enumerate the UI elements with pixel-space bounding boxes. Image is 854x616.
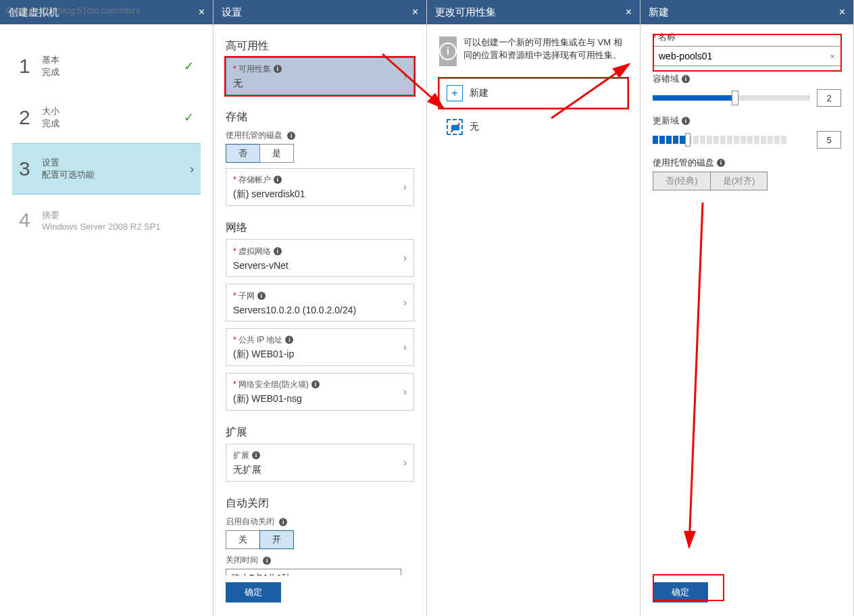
step-sublabel: 完成 <box>42 66 184 78</box>
nsg-picker[interactable]: *网络安全组(防火墙)i (新) WEB01-nsg › <box>226 373 414 411</box>
clear-icon[interactable]: × <box>830 51 835 61</box>
required-mark: * <box>233 335 236 344</box>
fault-domain-label: 容错域 i <box>653 73 841 85</box>
blade1-header: 创建虚拟机 × <box>0 0 213 24</box>
name-input-wrap[interactable]: × <box>653 46 841 66</box>
close-icon[interactable]: × <box>199 6 205 18</box>
step-label: 大小 <box>42 105 184 118</box>
none-availability-set-option[interactable]: 无 <box>439 112 628 142</box>
blade-new-availability-set: 新建 × *名称 × 容错域 i 2 更新域 i <box>640 0 854 616</box>
availability-set-picker[interactable]: *可用性集i 无 › <box>226 57 414 95</box>
confirm-button[interactable]: 确定 <box>653 582 708 602</box>
section-storage: 存储 <box>226 110 426 124</box>
picker-label: 扩展 <box>233 450 249 461</box>
picker-value: Servers-vNet <box>233 260 403 271</box>
info-icon[interactable]: i <box>682 117 690 125</box>
shutdown-time-input[interactable] <box>226 569 401 575</box>
toggle-yes[interactable]: 是 <box>259 144 294 163</box>
step-label: 设置 <box>42 157 190 169</box>
blade3-title: 更改可用性集 <box>435 6 496 19</box>
managed-disk-toggle4: 否(经典) 是(对齐) <box>653 172 841 190</box>
info-icon[interactable]: i <box>257 292 266 300</box>
info-icon[interactable]: i <box>252 451 260 459</box>
check-icon: ✓ <box>184 59 194 74</box>
info-icon[interactable]: i <box>274 65 282 73</box>
info-icon[interactable]: i <box>274 176 282 184</box>
blade-settings: 设置 × 高可用性 *可用性集i 无 › 存储 使用托管的磁盘 i 否 是 *存… <box>214 0 427 616</box>
fault-domain-value: 2 <box>817 89 841 107</box>
info-icon[interactable]: i <box>279 518 287 526</box>
update-domain-slider[interactable]: 5 <box>653 131 841 149</box>
blade-create-vm: 创建虚拟机 × 1 基本 完成 ✓ 2 大小 完成 <box>0 0 214 616</box>
picker-label: 公共 IP 地址 <box>238 334 283 346</box>
blade2-header: 设置 × <box>214 0 426 24</box>
managed-disk-label4: 使用托管的磁盘 i <box>653 157 841 169</box>
fault-domain-slider[interactable]: 2 <box>653 89 841 107</box>
section-network: 网络 <box>226 221 426 235</box>
blade2-title: 设置 <box>222 6 242 19</box>
close-icon[interactable]: × <box>412 6 418 18</box>
required-mark: * <box>233 291 236 301</box>
blade-change-availability-set: 更改可用性集 × i 可以创建一个新的可用性集或在与 VM 相同的位置和资源组中… <box>427 0 640 616</box>
required-mark: * <box>233 175 236 184</box>
chevron-right-icon: › <box>190 162 194 176</box>
section-extensions: 扩展 <box>226 426 426 440</box>
picker-value: (新) WEB01-nsg <box>233 393 403 405</box>
autoshutdown-toggle[interactable]: 关 开 <box>226 530 414 549</box>
managed-disk-toggle[interactable]: 否 是 <box>226 144 414 163</box>
vnet-picker[interactable]: *虚拟网络i Servers-vNet › <box>226 239 414 277</box>
picker-label: 虚拟网络 <box>238 246 271 257</box>
step-label: 基本 <box>42 54 184 66</box>
info-icon[interactable]: i <box>682 75 690 83</box>
new-availability-set-button[interactable]: + 新建 <box>439 78 628 108</box>
extensions-picker[interactable]: 扩展i 无扩展 › <box>226 444 414 482</box>
name-input[interactable] <box>659 51 830 61</box>
step-sublabel: Windows Server 2008 R2 SP1 <box>42 222 194 232</box>
section-autoshutdown: 自动关闭 <box>226 496 426 511</box>
info-icon[interactable]: i <box>263 557 271 565</box>
autoshutdown-label: 启用自动关闭 i <box>226 516 426 528</box>
close-icon[interactable]: × <box>626 6 632 18</box>
step-1-basics[interactable]: 1 基本 完成 ✓ <box>12 41 201 92</box>
new-label: 新建 <box>470 87 488 99</box>
step-2-size[interactable]: 2 大小 完成 ✓ <box>12 92 201 143</box>
toggle-no[interactable]: 否 <box>226 144 260 163</box>
check-icon: ✓ <box>184 110 194 125</box>
info-icon[interactable]: i <box>285 336 293 344</box>
toggle-off[interactable]: 关 <box>226 530 260 549</box>
picker-value: 无扩展 <box>233 464 403 476</box>
picker-value: (新) WEB01-ip <box>233 349 403 361</box>
section-ha: 高可用性 <box>226 39 426 53</box>
step-4-summary: 4 摘要 Windows Server 2008 R2 SP1 <box>12 195 201 246</box>
close-icon[interactable]: × <box>839 6 845 18</box>
info-banner: i 可以创建一个新的可用性集或在与 VM 相同的位置和资源组中选择现有可用性集。 <box>439 36 628 66</box>
picker-value: Servers10.0.2.0 (10.0.2.0/24) <box>233 305 403 315</box>
toggle-aligned: 是(对齐) <box>710 172 768 190</box>
plus-icon: + <box>447 85 463 101</box>
picker-label: 存储帐户 <box>238 174 271 186</box>
blade4-header: 新建 × <box>640 0 853 24</box>
subnet-picker[interactable]: *子网i Servers10.0.2.0 (10.0.2.0/24) › <box>226 284 414 322</box>
step-3-settings[interactable]: 3 设置 配置可选功能 › <box>12 143 201 195</box>
chevron-right-icon: › <box>403 386 407 398</box>
none-icon <box>447 119 463 135</box>
chevron-right-icon: › <box>403 297 407 309</box>
toggle-on[interactable]: 开 <box>259 530 294 549</box>
info-icon[interactable]: i <box>287 132 295 140</box>
name-label: *名称 <box>653 31 841 43</box>
blade1-title: 创建虚拟机 <box>8 6 59 19</box>
step-label: 摘要 <box>42 209 194 222</box>
info-icon[interactable]: i <box>274 247 282 255</box>
picker-label: 子网 <box>238 290 255 302</box>
confirm-button[interactable]: 确定 <box>226 582 281 602</box>
info-banner-text: 可以创建一个新的可用性集或在与 VM 相同的位置和资源组中选择现有可用性集。 <box>463 36 628 66</box>
info-icon[interactable]: i <box>717 159 725 167</box>
info-icon[interactable]: i <box>311 380 320 388</box>
step-number: 1 <box>19 55 42 78</box>
required-mark: * <box>233 380 236 389</box>
storage-account-picker[interactable]: *存储帐户i (新) serverdisk01 › <box>226 168 414 206</box>
public-ip-picker[interactable]: *公共 IP 地址i (新) WEB01-ip › <box>226 328 414 366</box>
step-sublabel: 配置可选功能 <box>42 169 190 181</box>
step-sublabel: 完成 <box>42 118 184 130</box>
chevron-right-icon: › <box>403 341 407 353</box>
